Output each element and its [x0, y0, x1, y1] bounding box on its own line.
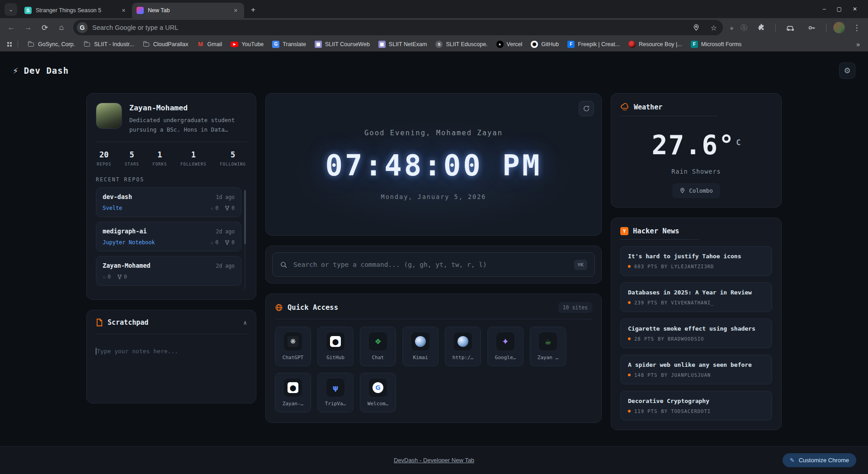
bookmarks-overflow-chevron[interactable]: »: [854, 41, 863, 48]
bookmark-item[interactable]: SLIIT CourseWeb: [312, 39, 373, 49]
bookmark-item[interactable]: GitHub: [528, 39, 561, 49]
customize-chrome-button[interactable]: ✎ Customize Chrome: [783, 453, 856, 467]
location-pin-icon[interactable]: [689, 24, 703, 31]
tab-search-chevron-icon[interactable]: ⌄: [5, 3, 17, 16]
quick-access-tile[interactable]: Zayan …: [530, 327, 566, 366]
bookmark-item[interactable]: Freepik | Creat...: [565, 39, 623, 49]
window-controls: – ▢ ✕: [816, 0, 863, 18]
devdash-footer-link[interactable]: DevDash - Developer New Tab: [394, 457, 474, 464]
scratchpad-textarea[interactable]: Type your notes here...: [96, 341, 247, 395]
rain-cloud-icon: [620, 103, 629, 112]
extension-disabled-icon[interactable]: ●: [730, 24, 734, 32]
extensions-puzzle-icon[interactable]: [754, 24, 769, 32]
repo-card[interactable]: Zayan-Mohamed 2d ago ☆0 0: [96, 256, 241, 286]
bookmark-favicon: [84, 41, 91, 48]
minimize-button[interactable]: –: [823, 6, 826, 12]
extension-car-icon[interactable]: [783, 24, 797, 32]
quick-access-tile[interactable]: http:/…: [445, 327, 481, 366]
bookmark-item[interactable]: Vercel: [494, 39, 525, 49]
home-icon[interactable]: ⌂: [57, 23, 66, 32]
bookmark-item[interactable]: CloudParallax: [140, 39, 191, 49]
bookmark-label: SLIIT Eduscope.: [446, 41, 487, 47]
quick-access-tile[interactable]: Kimai: [402, 327, 439, 366]
repo-list[interactable]: dev-dash 1d ago Svelte ☆0 0: [96, 187, 247, 290]
hn-points: 239 PTS: [634, 300, 657, 305]
collapse-chevron-icon[interactable]: ∧: [243, 319, 247, 326]
back-icon[interactable]: ←: [6, 23, 16, 32]
address-bar-placeholder: Search Google or type a URL: [92, 24, 685, 31]
hn-story[interactable]: Databases in 2025: A Year in Review 239 …: [620, 282, 772, 312]
profile-photo: [96, 103, 122, 129]
quick-access-tile[interactable]: Chat: [360, 327, 396, 366]
command-search-input[interactable]: Search or type a command... (g, gh, yt, …: [272, 252, 595, 277]
repo-card[interactable]: medigraph-ai 2d ago Jupyter Notebook ☆0 …: [96, 222, 241, 251]
password-key-icon[interactable]: [804, 24, 819, 32]
scratchpad-title: Scratchpad: [108, 318, 239, 327]
pencil-icon: ✎: [790, 457, 795, 464]
profile-stats: 20 REPOS 5 STARS 1 FORKS 1 FOLLOWERS: [96, 149, 247, 167]
quick-access-tile[interactable]: TripVa…: [317, 373, 354, 412]
stat-label: FORKS: [152, 162, 167, 166]
hn-story[interactable]: A spider web unlike any seen before 148 …: [620, 355, 772, 384]
quick-access-tile[interactable]: Google…: [487, 327, 524, 366]
address-bar[interactable]: G Search Google or type a URL ☆: [73, 20, 723, 35]
tab-stranger-things[interactable]: Stranger Things Season 5 ✕: [20, 3, 132, 18]
temperature-unit: C: [736, 138, 741, 147]
hn-points: 28 PTS: [634, 336, 654, 341]
apps-grid-icon[interactable]: [7, 42, 9, 44]
bookmark-item[interactable]: SLIIT - Industr...: [81, 39, 137, 49]
settings-gear-button[interactable]: ⚙: [839, 62, 855, 79]
tab-close-icon[interactable]: ✕: [232, 7, 240, 14]
hn-story[interactable]: It's hard to justify Tahoe icons 603 PTS…: [620, 246, 772, 276]
quick-access-tile[interactable]: Welcom…: [360, 373, 396, 412]
hn-story[interactable]: Cigarette smoke effect using shaders 28 …: [620, 318, 772, 348]
extension-a-icon[interactable]: Ⓐ: [741, 24, 747, 32]
repo-list-scrollbar[interactable]: [244, 190, 246, 289]
hn-author: BY LYLEJANTZI3RD: [661, 264, 714, 269]
tab-close-icon[interactable]: ✕: [120, 7, 127, 14]
repo-stars: 0: [215, 239, 218, 246]
bookmark-item[interactable]: SLIIT NetExam: [376, 39, 430, 49]
bookmark-label: GitHub: [541, 41, 559, 47]
orange-dot-icon: [628, 410, 631, 412]
bookmark-item[interactable]: Resource Boy |...: [626, 39, 685, 49]
orange-dot-icon: [628, 374, 631, 376]
forward-icon[interactable]: →: [23, 23, 33, 32]
menu-dots-icon[interactable]: ⋮: [852, 23, 862, 33]
bookmark-favicon: [691, 41, 698, 48]
close-button[interactable]: ✕: [853, 6, 857, 12]
page-title: Dev Dash: [24, 66, 69, 76]
maximize-button[interactable]: ▢: [837, 6, 842, 12]
new-tab-button[interactable]: +: [247, 4, 259, 16]
customize-chrome-label: Customize Chrome: [799, 457, 849, 464]
bookmark-item[interactable]: GoSync, Corp.: [25, 39, 78, 49]
hn-story[interactable]: Decorative Cryptography 119 PTS BY TODSA…: [620, 391, 772, 421]
bookmark-star-icon[interactable]: ☆: [708, 24, 720, 32]
bookmark-favicon: [231, 42, 238, 47]
site-favicon: [539, 332, 557, 351]
stat-value: 20: [97, 150, 111, 159]
location-pill[interactable]: Colombo: [672, 183, 720, 198]
bookmark-favicon: [628, 41, 636, 48]
site-favicon: [326, 379, 344, 397]
command-search-card: Search or type a command... (g, gh, yt, …: [265, 246, 602, 284]
hn-points: 119 PTS: [634, 408, 657, 414]
right-column: Weather 27.6°C Rain Showers Colombo Y Ha…: [611, 93, 782, 430]
quick-access-tile[interactable]: Zayan-…: [275, 373, 311, 412]
quick-access-tile[interactable]: ChatGPT: [275, 327, 311, 366]
tab-new-tab[interactable]: New Tab ✕: [132, 3, 244, 18]
orange-dot-icon: [628, 337, 631, 340]
bookmark-item[interactable]: YouTube: [228, 40, 266, 49]
bookmark-item[interactable]: Gmail: [194, 39, 225, 49]
hn-author: BY VIVEKNATHANI_: [661, 300, 714, 305]
repo-card[interactable]: dev-dash 1d ago Svelte ☆0 0: [96, 187, 241, 217]
page-footer: DevDash - Developer New Tab ✎ Customize …: [0, 446, 868, 474]
refresh-button[interactable]: [579, 101, 594, 116]
hacker-news-card: Y Hacker News It's hard to justify Tahoe…: [611, 218, 782, 430]
reload-icon[interactable]: ⟳: [40, 23, 50, 33]
quick-access-tile[interactable]: GitHub: [317, 327, 354, 366]
profile-avatar[interactable]: [833, 22, 845, 33]
bookmark-item[interactable]: Microsoft Forms: [688, 39, 745, 49]
bookmark-item[interactable]: SLIIT Eduscope.: [433, 39, 490, 49]
bookmark-item[interactable]: Translate: [269, 39, 309, 49]
